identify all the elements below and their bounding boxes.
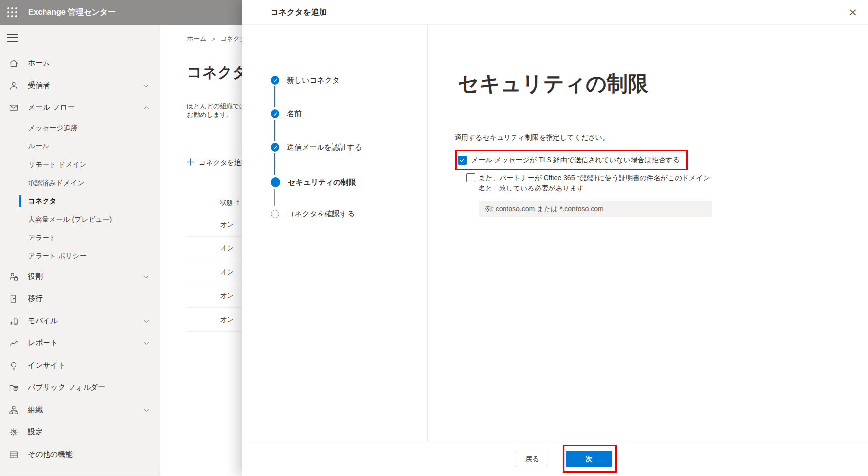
wizard-step-authenticate-sent-email[interactable]: 送信メールを認証する [271,142,362,153]
sidebar-item-alerts[interactable]: アラート [0,229,160,247]
back-button[interactable]: 戻る [516,451,548,467]
step-upcoming-circle-icon [271,210,279,218]
page-title: コネクタ [187,62,248,83]
certificate-checkbox[interactable] [466,173,475,182]
wizard-step-review-connector[interactable]: コネクタを確認する [271,208,355,220]
add-connector-label: コネクタを追加 [199,158,248,167]
wizard-steps-rail: 新しいコネクタ 名前 送信メールを認証する セキュリティの制限 コネクタ [242,25,428,442]
top-app-bar: Exchange 管理センター [0,0,242,25]
sidebar-item-message-trace[interactable]: メッセージ追跡 [0,119,160,137]
sidebar-item-high-volume-email[interactable]: 大容量メール (プレビュー) [0,210,160,229]
lightbulb-icon [9,361,19,371]
mail-icon [9,103,19,113]
migration-doc-icon [9,294,19,304]
chevron-up-icon [142,104,150,112]
add-connector-flyout: コネクタを追加 × 新しいコネクタ 名前 [242,0,868,476]
nav-list: ホーム 受信者 メール フロー メッセージ追跡 ルール [0,52,160,466]
line-chart-icon [9,338,19,348]
exchange-admin-center-screen: Exchange 管理センター ホーム 受信者 [0,0,868,476]
step-completed-check-icon [271,76,279,85]
sidebar-item-home[interactable]: ホーム [0,52,160,74]
sidebar-item-reports[interactable]: レポート [0,332,160,354]
page-description: ほとんどの組織では お勧めします。 [187,102,246,119]
next-button[interactable]: 次 [566,451,612,467]
sidebar-item-mobile[interactable]: モバイル [0,310,160,332]
page-description-line1: ほとんどの組織では [187,102,246,110]
flyout-header: コネクタを追加 × [242,0,868,25]
app-launcher-waffle-icon[interactable] [0,0,25,25]
add-connector-button[interactable]: コネクタを追加 [187,156,248,169]
sidebar-item-roles[interactable]: 役割 [0,265,160,287]
tls-checkbox-label: メール メッセージが TLS 経由で送信されていない場合は拒否する [471,156,680,165]
status-column-header[interactable]: 状態 ↑ [220,198,240,207]
person-badge-icon [9,272,19,282]
person-icon [9,81,19,91]
chevron-down-icon [142,82,150,90]
step-connector-line [274,153,275,175]
step-connector-line [274,120,275,141]
sidebar-item-rules[interactable]: ルール [0,137,160,155]
plus-icon [187,158,194,167]
table-grid-icon [9,450,19,460]
chevron-down-icon [142,339,150,347]
sidebar-item-public-folders[interactable]: パブリック フォルダー [0,377,160,399]
breadcrumb-home[interactable]: ホーム [187,34,207,43]
sidebar-item-connectors[interactable]: コネクタ [0,192,160,210]
certificate-checkbox-label: また、パートナーが Office 365 で認証に使う証明書の件名がこのドメイン… [478,173,715,193]
gear-icon [9,428,19,437]
breadcrumb-separator: > [212,35,216,43]
sort-ascending-icon: ↑ [235,199,240,206]
sidebar-item-alert-policies[interactable]: アラート ポリシー [0,247,160,265]
step-connector-line [274,189,275,206]
sidebar-bottom-divider [8,473,160,473]
mobile-icon [9,316,19,326]
app-title: Exchange 管理センター [28,7,116,18]
step-current-dot-icon [271,177,280,187]
org-chart-icon [9,405,19,415]
wizard-step-security-restrictions[interactable]: セキュリティの制限 [271,176,356,188]
chevron-down-icon [142,273,150,281]
folder-globe-icon [9,383,19,393]
certificate-checkbox-row: また、パートナーが Office 365 で認証に使う証明書の件名がこのドメイン… [466,173,715,193]
footer-divider [242,442,868,442]
chevron-down-icon [142,406,150,414]
left-navigation: ホーム 受信者 メール フロー メッセージ追跡 ルール [0,25,160,476]
page-description-line2: お勧めします。 [187,110,246,119]
sidebar-item-remote-domains[interactable]: リモート ドメイン [0,155,160,174]
chevron-down-icon [142,317,150,325]
flyout-title: コネクタを追加 [271,0,327,25]
sidebar-item-other-features[interactable]: その他の機能 [0,443,160,466]
close-icon[interactable]: × [844,3,862,21]
wizard-step-new-connector[interactable]: 新しいコネクタ [271,74,340,86]
home-icon [9,58,19,68]
sidebar-item-accepted-domains[interactable]: 承認済みドメイン [0,174,160,192]
hamburger-menu-icon[interactable] [7,31,23,45]
sidebar-item-organization[interactable]: 組織 [0,399,160,421]
sidebar-item-recipients[interactable]: 受信者 [0,74,160,96]
step-completed-check-icon [271,143,279,152]
wizard-step-name[interactable]: 名前 [271,108,302,120]
step-completed-check-icon [271,109,279,118]
tls-checkbox-annotation-box: メール メッセージが TLS 経由で送信されていない場合は拒否する [455,150,688,170]
sidebar-item-migration[interactable]: 移行 [0,287,160,310]
step-connector-line [274,86,275,107]
sidebar-item-mail-flow[interactable]: メール フロー [0,96,160,119]
tls-checkbox[interactable] [458,156,467,165]
sidebar-item-settings[interactable]: 設定 [0,421,160,443]
instruction-text: 適用するセキュリティ制限を指定してください。 [455,133,609,142]
domain-example-input[interactable] [479,201,712,217]
breadcrumb: ホーム > コネクタ [187,34,246,43]
sidebar-item-insights[interactable]: インサイト [0,354,160,377]
checkmark-icon [459,157,465,163]
security-restrictions-heading: セキュリティの制限 [458,70,648,97]
